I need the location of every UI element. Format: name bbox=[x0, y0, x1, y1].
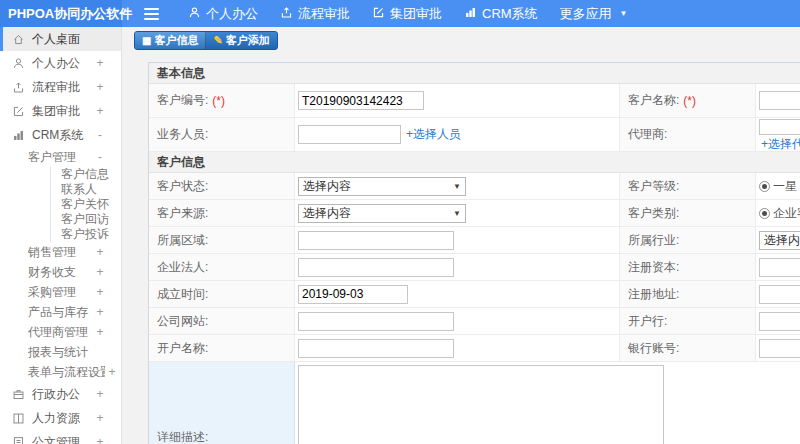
legal-person-input[interactable] bbox=[298, 258, 454, 277]
sidebar-item-finance[interactable]: 财务收支 + bbox=[0, 262, 121, 282]
sidebar-item-personal-office[interactable]: 个人办公 + bbox=[0, 51, 121, 75]
agent-cell: +选择代理商 bbox=[756, 118, 800, 151]
region-input[interactable] bbox=[298, 231, 454, 250]
customer-no-label-cell: 客户编号: (*) bbox=[149, 84, 295, 117]
level-radio-one-star[interactable] bbox=[759, 181, 770, 192]
account-name-input[interactable] bbox=[298, 339, 454, 358]
sidebar-item-purchase-mgmt[interactable]: 采购管理 + bbox=[0, 282, 121, 302]
sidebar-item-customer-visit[interactable]: 客户回访 bbox=[51, 212, 121, 227]
form-row: 公司网站: 开户行: bbox=[149, 308, 800, 335]
sidebar-item-sales-mgmt[interactable]: 销售管理 + bbox=[0, 242, 121, 262]
legal-person-label-cell: 企业法人: bbox=[149, 254, 295, 280]
industry-label-cell: 所属行业: bbox=[620, 227, 756, 253]
pencil-icon: ✎ bbox=[213, 35, 222, 46]
industry-select[interactable]: 选择内容 ▼ bbox=[759, 231, 800, 250]
nav-more-apps[interactable]: 更多应用 ▼ bbox=[549, 0, 639, 27]
sidebar-item-contacts[interactable]: 联系人 bbox=[51, 182, 121, 197]
nav-crm-system[interactable]: CRM系统 bbox=[453, 0, 549, 27]
reg-address-label-cell: 注册地址: bbox=[620, 281, 756, 307]
website-input[interactable] bbox=[298, 312, 454, 331]
sidebar-item-products-inventory[interactable]: 产品与库存 + bbox=[0, 302, 121, 322]
sidebar-item-customer-complaint[interactable]: 客户投诉 bbox=[51, 227, 121, 242]
sidebar-item-customer-info[interactable]: 客户信息 bbox=[51, 167, 121, 182]
source-select[interactable]: 选择内容 ▼ bbox=[298, 204, 466, 223]
sidebar-item-document-mgmt[interactable]: 公文管理 + bbox=[0, 430, 121, 444]
founded-date-input[interactable] bbox=[298, 285, 408, 304]
select-agent-link[interactable]: +选择代理商 bbox=[761, 136, 800, 153]
sales-person-cell: +选择人员 bbox=[295, 118, 620, 151]
customer-name-label-cell: 客户名称: (*) bbox=[620, 84, 756, 117]
sidebar-item-customer-care[interactable]: 客户关怀 bbox=[51, 197, 121, 212]
reg-address-cell bbox=[756, 281, 800, 307]
section-basic-info: 基本信息 bbox=[149, 63, 800, 84]
sidebar-item-customer-mgmt[interactable]: 客户管理 - bbox=[0, 147, 121, 167]
upload-icon bbox=[12, 81, 25, 94]
description-textarea[interactable] bbox=[298, 365, 664, 444]
founded-label-cell: 成立时间: bbox=[149, 281, 295, 307]
required-mark: (*) bbox=[212, 94, 225, 108]
select-caret-icon: ▼ bbox=[453, 209, 461, 218]
customer-name-input[interactable] bbox=[759, 91, 800, 110]
user-icon bbox=[188, 6, 201, 22]
sidebar-item-hr[interactable]: 人力资源 + bbox=[0, 406, 121, 430]
bank-account-label-cell: 银行账号: bbox=[620, 335, 756, 361]
sidebar-item-form-flow-settings[interactable]: 表单与流程设置 + bbox=[0, 362, 121, 382]
form-row: 业务人员: +选择人员 代理商: +选择代理商 bbox=[149, 118, 800, 152]
content-tabbar: ▦ 客户信息 ✎ 客户添加 bbox=[134, 31, 278, 50]
customer-mgmt-submenu: 客户信息 联系人 客户关怀 客户回访 客户投诉 bbox=[50, 167, 121, 242]
capital-input[interactable] bbox=[759, 258, 800, 277]
reg-address-input[interactable] bbox=[759, 285, 800, 304]
description-label-cell: 详细描述: bbox=[149, 362, 295, 444]
level-cell: 一星 bbox=[756, 173, 800, 199]
region-label-cell: 所属区域: bbox=[149, 227, 295, 253]
form-row: 开户名称: 银行账号: bbox=[149, 335, 800, 362]
sidebar-item-desktop[interactable]: 个人桌面 bbox=[0, 27, 121, 51]
bank-account-input[interactable] bbox=[759, 339, 800, 358]
bank-cell bbox=[756, 308, 800, 334]
sidebar-item-agent-mgmt[interactable]: 代理商管理 + bbox=[0, 322, 121, 342]
type-label-cell: 客户类别: bbox=[620, 200, 756, 226]
status-label-cell: 客户状态: bbox=[149, 173, 295, 199]
sidebar-item-workflow-approval[interactable]: 流程审批 + bbox=[0, 75, 121, 99]
form-row: 成立时间: 注册地址: bbox=[149, 281, 800, 308]
sales-person-input[interactable] bbox=[298, 125, 401, 144]
bank-account-cell bbox=[756, 335, 800, 361]
sidebar: 个人桌面 个人办公 + 流程审批 + 集团审批 + CRM系统 - 客户管理 -… bbox=[0, 27, 122, 444]
document-icon bbox=[12, 436, 25, 444]
customer-no-input[interactable] bbox=[298, 91, 424, 110]
nav-group-approval[interactable]: 集团审批 bbox=[361, 0, 453, 27]
agent-label-cell: 代理商: bbox=[620, 118, 756, 151]
bar-chart-icon bbox=[12, 129, 25, 142]
home-icon bbox=[12, 33, 25, 46]
website-label-cell: 公司网站: bbox=[149, 308, 295, 334]
user-icon bbox=[12, 57, 25, 70]
type-radio-enterprise[interactable] bbox=[759, 208, 770, 219]
type-cell: 企业客户 bbox=[756, 200, 800, 226]
upload-icon bbox=[280, 6, 293, 22]
sales-person-label-cell: 业务人员: bbox=[149, 118, 295, 151]
tab-customer-add[interactable]: ✎ 客户添加 bbox=[206, 32, 276, 49]
nav-personal-office[interactable]: 个人办公 bbox=[177, 0, 269, 27]
section-customer-info: 客户信息 bbox=[149, 152, 800, 173]
agent-input[interactable] bbox=[759, 119, 800, 135]
customer-add-form: 基本信息 客户编号: (*) 客户名称: (*) 业务人员: +选择人员 代理商… bbox=[148, 62, 800, 444]
bank-input[interactable] bbox=[759, 312, 800, 331]
caret-down-icon: ▼ bbox=[620, 9, 628, 18]
status-select[interactable]: 选择内容 ▼ bbox=[298, 177, 466, 196]
sidebar-item-group-approval[interactable]: 集团审批 + bbox=[0, 99, 121, 123]
select-caret-icon: ▼ bbox=[453, 182, 461, 191]
top-navbar: PHPOA协同办公软件 个人办公 流程审批 集团审批 CRM系统 更多应用 ▼ bbox=[0, 0, 800, 27]
book-icon bbox=[12, 412, 25, 425]
sidebar-item-admin-office[interactable]: 行政办公 + bbox=[0, 382, 121, 406]
account-name-cell bbox=[295, 335, 620, 361]
nav-workflow-approval[interactable]: 流程审批 bbox=[269, 0, 361, 27]
tab-customer-info[interactable]: ▦ 客户信息 bbox=[135, 32, 206, 49]
form-row: 企业法人: 注册资本: bbox=[149, 254, 800, 281]
menu-toggle-icon[interactable] bbox=[144, 8, 159, 20]
page: { "app": { "logo": "PHPOA协同办公软件" }, "nav… bbox=[0, 0, 800, 444]
sidebar-item-crm[interactable]: CRM系统 - bbox=[0, 123, 121, 147]
select-person-link[interactable]: +选择人员 bbox=[406, 126, 461, 143]
sidebar-item-reports-stats[interactable]: 报表与统计 bbox=[0, 342, 121, 362]
industry-cell: 选择内容 ▼ bbox=[756, 227, 800, 253]
status-cell: 选择内容 ▼ bbox=[295, 173, 620, 199]
